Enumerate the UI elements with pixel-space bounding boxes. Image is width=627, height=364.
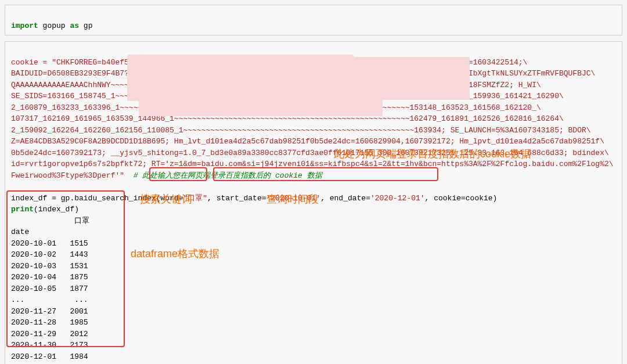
func-call-left: index_df = gp.baidu_search_index( bbox=[11, 194, 160, 203]
arg-word-val: "口罩" bbox=[183, 194, 207, 203]
sep2: , bbox=[320, 194, 330, 203]
comment-cookie: # 此处输入您在网页端登录百度指数后的 cookie 数据 bbox=[124, 171, 322, 180]
kw-as: as bbox=[70, 21, 79, 30]
kw-print: print bbox=[11, 205, 34, 214]
alias: gp bbox=[79, 21, 92, 30]
print-arg: (index_df) bbox=[34, 205, 79, 214]
arg-word-key: word= bbox=[160, 194, 183, 203]
dataframe-output: 口罩 date 2020-10-01 1515 2020-10-02 1443 … bbox=[11, 217, 106, 365]
arg-start-key: start_date= bbox=[217, 194, 266, 203]
sep3: , cookie=cookie) bbox=[425, 194, 498, 203]
code-cell-2: cookie = "CHKFORREG=b40ef5b757299ebd04c1… bbox=[5, 41, 622, 364]
code-cell-1: import gopup as gp bbox=[5, 5, 622, 35]
arg-start-val: '2020-10-01' bbox=[266, 194, 321, 203]
kw-import: import bbox=[11, 21, 38, 30]
cookie-assignment: cookie = "CHKFORREG=b40ef5b757299ebd04c1… bbox=[11, 58, 614, 180]
module-name: gopup bbox=[38, 21, 70, 30]
sep1: , bbox=[207, 194, 217, 203]
arg-end-val: '2020-12-01' bbox=[370, 194, 425, 203]
annot-dataframe: dataframe格式数据 bbox=[131, 246, 219, 262]
arg-end-key: end_date= bbox=[330, 194, 370, 203]
